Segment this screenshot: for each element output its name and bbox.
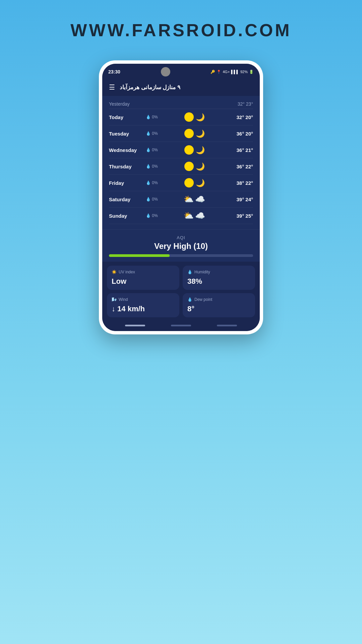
forecast-row-today[interactable]: Today 💧 0% 32° 20° (109, 109, 253, 125)
moon-icon (195, 145, 204, 155)
temps: 36° 22° (226, 164, 253, 169)
forecast-row-thursday[interactable]: Thursday 💧 0% 36° 22° (109, 158, 253, 175)
battery-icon: 🔋 (249, 70, 254, 74)
site-title: WWW.FARSROID.COM (70, 20, 291, 40)
temps: 36° 21° (226, 147, 253, 153)
dewpoint-label: Dew point (194, 297, 212, 302)
temps: 32° 20° (226, 114, 253, 120)
dewpoint-icon: 💧 (187, 297, 192, 302)
weather-icons: ⛅ ☁️ (163, 211, 226, 220)
moon-icon (195, 178, 204, 187)
day-name: Sunday (109, 213, 146, 219)
temps: 39° 25° (226, 213, 253, 219)
wind-icon: 🌬️ (112, 297, 117, 302)
day-name: Saturday (109, 197, 146, 202)
weather-icons (163, 162, 226, 171)
aqi-label: AQI (109, 235, 253, 240)
nav-dot-1[interactable] (125, 325, 145, 326)
uv-index-header: ☀️ UV index (112, 270, 175, 274)
status-icons: 🔑 📍 4G+ ▌▌▌ 92% 🔋 (210, 70, 254, 74)
moon-icon (195, 129, 204, 138)
wind-header: 🌬️ Wind (112, 297, 175, 302)
day-name: Today (109, 114, 146, 120)
yesterday-temps: 32° 23° (238, 101, 253, 107)
lock-icon: 🔑 (210, 70, 215, 74)
sun-icon (184, 145, 194, 155)
rain-chance: 💧 0% (146, 148, 163, 152)
dewpoint-value: 8° (187, 305, 250, 313)
phone-frame: 23:30 🔑 📍 4G+ ▌▌▌ 92% 🔋 ۹ منازل سازمانی … (99, 60, 263, 334)
status-camera (161, 67, 170, 76)
temps: 39° 24° (226, 197, 253, 202)
rain-chance: 💧 0% (146, 115, 163, 119)
moon-icon (195, 162, 204, 171)
weather-icons (163, 178, 226, 187)
humidity-icon: 💧 (187, 270, 192, 274)
rain-chance: 💧 0% (146, 180, 163, 185)
day-name: Thursday (109, 164, 146, 169)
weather-icons (163, 145, 226, 155)
signal-bars: ▌▌▌ (231, 70, 239, 74)
sun-icon (184, 129, 194, 138)
uv-icon: ☀️ (112, 270, 117, 274)
uv-index-card: ☀️ UV index Low (107, 266, 179, 290)
cloud-icon: ☁️ (195, 211, 205, 220)
forecast-row-friday[interactable]: Friday 💧 0% 38° 22° (109, 175, 253, 191)
temps: 38° 22° (226, 180, 253, 186)
rain-chance: 💧 0% (146, 213, 163, 218)
cloud-icon: ☁️ (195, 195, 205, 204)
sun-icon (184, 162, 194, 171)
forecast-row-tuesday[interactable]: Tuesday 💧 0% 36° 20° (109, 125, 253, 142)
day-name: Wednesday (109, 147, 146, 153)
sun-icon (184, 112, 194, 122)
humidity-card: 💧 Humidity 38% (183, 266, 255, 290)
app-header: ۹ منازل سازمانی هرمزآباد ☰ (102, 78, 260, 96)
location-title: ۹ منازل سازمانی هرمزآباد (120, 84, 180, 91)
sun-icon (184, 178, 194, 187)
location-icon: 📍 (217, 70, 221, 74)
signal-label: 4G+ (223, 70, 230, 74)
forecast-section: Yesterday 32° 23° Today 💧 0% 32° 20° Tue (102, 96, 260, 229)
phone-screen: 23:30 🔑 📍 4G+ ▌▌▌ 92% 🔋 ۹ منازل سازمانی … (102, 64, 260, 331)
uv-value: Low (112, 277, 175, 286)
status-time: 23:30 (108, 69, 120, 74)
nav-dot-2[interactable] (171, 325, 191, 326)
weather-icons (163, 129, 226, 138)
details-grid: ☀️ UV index Low 💧 Humidity 38% 🌬️ Wind ↓… (102, 262, 260, 321)
wind-card: 🌬️ Wind ↓ 14 km/h (107, 293, 179, 317)
dewpoint-card: 💧 Dew point 8° (183, 293, 255, 317)
weather-icons: ⛅ ☁️ (163, 195, 226, 204)
weather-icons (163, 112, 226, 122)
aqi-section: AQI Very High (10) (102, 229, 260, 262)
battery-label: 92% (240, 70, 248, 74)
aqi-value: Very High (10) (109, 241, 253, 251)
yesterday-label: Yesterday (109, 101, 130, 107)
rain-chance: 💧 0% (146, 131, 163, 136)
yesterday-row: Yesterday 32° 23° (109, 99, 253, 109)
cloudsun-icon: ⛅ (184, 211, 194, 220)
day-name: Friday (109, 180, 146, 186)
bottom-nav (102, 321, 260, 331)
menu-button[interactable]: ☰ (109, 83, 115, 91)
humidity-label: Humidity (194, 270, 210, 274)
wind-label: Wind (119, 297, 128, 302)
dewpoint-header: 💧 Dew point (187, 297, 250, 302)
wind-value: ↓ 14 km/h (112, 305, 175, 313)
moon-icon (195, 112, 204, 122)
aqi-bar-fill (109, 254, 170, 257)
aqi-bar-background (109, 254, 253, 257)
humidity-value: 38% (187, 277, 250, 286)
temps: 36° 20° (226, 131, 253, 137)
humidity-header: 💧 Humidity (187, 270, 250, 274)
uv-label: UV index (119, 270, 135, 274)
cloudsun-icon: ⛅ (184, 195, 194, 204)
nav-dot-3[interactable] (217, 325, 237, 326)
day-name: Tuesday (109, 131, 146, 137)
forecast-row-wednesday[interactable]: Wednesday 💧 0% 36° 21° (109, 142, 253, 158)
rain-chance: 💧 0% (146, 164, 163, 169)
rain-chance: 💧 0% (146, 197, 163, 202)
forecast-row-saturday[interactable]: Saturday 💧 0% ⛅ ☁️ 39° 24° (109, 191, 253, 208)
status-bar: 23:30 🔑 📍 4G+ ▌▌▌ 92% 🔋 (102, 64, 260, 78)
forecast-row-sunday[interactable]: Sunday 💧 0% ⛅ ☁️ 39° 25° (109, 208, 253, 224)
